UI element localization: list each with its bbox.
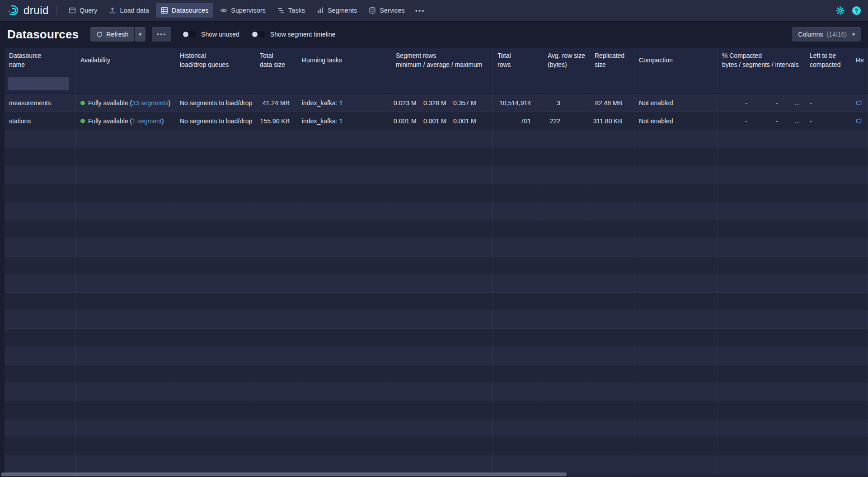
empty-cell [5, 311, 76, 328]
empty-cell [718, 130, 805, 148]
column-header-left-to-compact[interactable]: Left to be compacted [805, 48, 851, 73]
console-icon [69, 7, 76, 14]
help-icon[interactable]: ? [852, 6, 861, 15]
nav-item-supervisors[interactable]: Supervisors [215, 3, 271, 18]
empty-cell [76, 275, 175, 292]
horizontal-scrollbar[interactable] [0, 472, 868, 477]
horizontal-scrollbar-thumb[interactable] [1, 472, 567, 476]
empty-cell [493, 275, 543, 292]
availability-text-close: ) [168, 99, 170, 107]
empty-cell [5, 238, 76, 256]
empty-cell [805, 130, 851, 148]
empty-cell [543, 166, 590, 184]
empty-cell [175, 401, 255, 419]
columns-label: Columns [798, 31, 823, 38]
empty-cell [175, 148, 255, 166]
navbar-right: ? [836, 6, 861, 15]
toggle-show-unused[interactable]: Show unused [182, 31, 239, 38]
refresh-button[interactable]: Refresh [90, 27, 134, 42]
nav-item-query[interactable]: Query [64, 3, 103, 18]
empty-cell [297, 257, 391, 274]
column-header-segment-rows[interactable]: Segment rows minimum / average / maximum [391, 48, 493, 73]
empty-cell [543, 383, 590, 401]
column-header-running-tasks[interactable]: Running tasks [297, 48, 391, 73]
status-dot-green [80, 119, 85, 123]
empty-cell [634, 184, 718, 202]
empty-cell [805, 455, 851, 473]
cell-name[interactable]: stations [5, 112, 76, 130]
empty-cell [76, 455, 175, 473]
columns-count: (14/16) [827, 31, 847, 38]
empty-cell [297, 166, 391, 184]
empty-cell [718, 401, 805, 419]
column-header-load-drop[interactable]: Historical load/drop queues [175, 48, 255, 73]
settings-gear-icon[interactable] [836, 6, 845, 15]
cell-percent-compacted: --... [718, 112, 805, 130]
empty-cell [5, 257, 76, 274]
refresh-dropdown-button[interactable]: ▾ [135, 27, 145, 42]
nav-item-datasources[interactable]: Datasources [156, 3, 213, 18]
empty-cell [297, 130, 391, 148]
empty-cell [590, 238, 634, 256]
empty-cell [851, 257, 868, 274]
empty-cell [718, 220, 805, 238]
segment-rows-value: 0.357 M [453, 99, 483, 107]
cell-avg-row-size: 222 [543, 112, 590, 130]
nav-more-button[interactable]: ••• [410, 3, 431, 18]
column-header-retention[interactable]: Re [851, 48, 868, 73]
table-row-measurements[interactable]: measurementsFully available (33 segments… [5, 94, 868, 112]
empty-cell [493, 220, 543, 238]
empty-cell [634, 419, 718, 437]
empty-cell [543, 401, 590, 419]
nav-item-segments[interactable]: Segments [312, 3, 362, 18]
empty-cell [391, 365, 493, 383]
empty-row [5, 257, 868, 275]
filter-cell-total-rows [493, 73, 543, 94]
empty-cell [297, 419, 391, 437]
cell-name[interactable]: measurements [5, 94, 76, 112]
empty-cell [805, 202, 851, 220]
empty-cell [851, 419, 868, 437]
switch-show-unused[interactable] [182, 31, 197, 38]
refresh-button-group: Refresh ▾ [90, 27, 145, 42]
datasource-name-filter-input[interactable] [8, 77, 69, 90]
column-header-replicated-size[interactable]: Replicated size [590, 48, 634, 73]
column-header-total-rows[interactable]: Total rows [493, 48, 543, 73]
empty-cell [805, 275, 851, 292]
segments-link[interactable]: 33 segments [132, 99, 168, 107]
empty-cell [391, 220, 493, 238]
empty-cell [590, 419, 634, 437]
empty-row [5, 166, 868, 184]
druid-logo[interactable]: druid [7, 4, 49, 17]
toggle-show-segment-timeline[interactable]: Show segment timeline [251, 31, 336, 38]
nav-item-services[interactable]: Services [364, 3, 410, 18]
more-actions-button[interactable]: ••• [152, 27, 171, 42]
table-row-stations[interactable]: stationsFully available (1 segment)No se… [5, 112, 868, 130]
nav-item-load-data[interactable]: Load data [104, 3, 154, 18]
empty-cell [493, 130, 543, 148]
cell-availability: Fully available (1 segment) [76, 112, 175, 130]
empty-cell [718, 365, 805, 383]
empty-cell [175, 455, 255, 473]
column-header-compaction[interactable]: Compaction [634, 48, 718, 73]
empty-cell [175, 365, 255, 383]
column-header-availability[interactable]: Availability [76, 48, 175, 73]
empty-cell [297, 347, 391, 365]
column-header-name[interactable]: Datasource name [5, 48, 76, 73]
segment-rows-value: 0.328 M [423, 99, 453, 107]
cell-percent-compacted: --... [718, 94, 805, 112]
columns-button[interactable]: Columns (14/16) ▾ [792, 27, 861, 42]
empty-cell [297, 293, 391, 310]
upload-icon [109, 7, 116, 14]
column-header-percent-compacted[interactable]: % Compacted bytes / segments / intervals [718, 48, 805, 73]
empty-cell [493, 383, 543, 401]
switch-show-segment-timeline[interactable] [251, 31, 266, 38]
column-header-avg-row-size[interactable]: Avg. row size (bytes) [543, 48, 590, 73]
percent-compacted-value: ... [778, 99, 800, 107]
nav-item-tasks[interactable]: Tasks [272, 3, 310, 18]
empty-cell [76, 419, 175, 437]
column-header-total-data-size[interactable]: Total data size [255, 48, 297, 73]
empty-cell [255, 293, 297, 310]
segments-link[interactable]: 1 segment [132, 117, 161, 125]
empty-cell [805, 347, 851, 365]
